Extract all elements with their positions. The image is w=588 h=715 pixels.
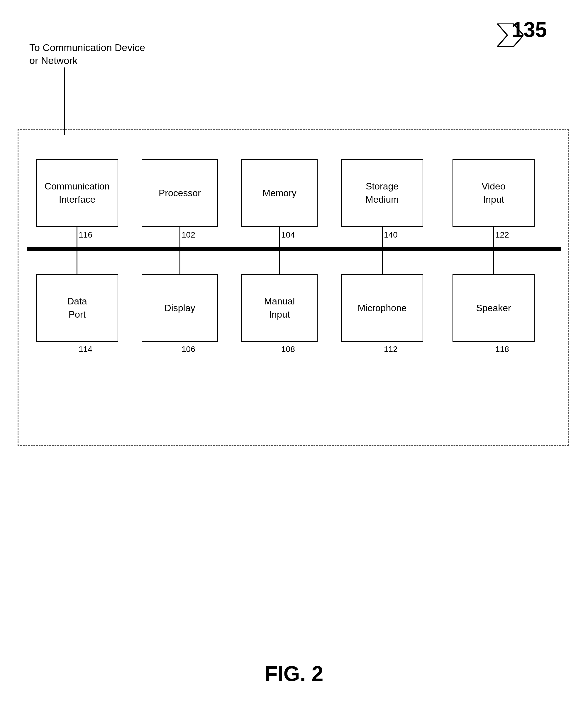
storage-top-connector [382,227,383,249]
memory-box: Memory [241,159,318,227]
ref-122: 122 [495,230,509,239]
svg-marker-0 [497,23,524,47]
ref-112: 112 [384,344,398,354]
top-connector-line [64,67,65,135]
figure-caption: FIG. 2 [265,661,323,686]
ref-114: 114 [79,344,92,354]
ref-118: 118 [495,344,509,354]
system-block: CommunicationInterface Processor Memory … [18,129,569,446]
arrow-icon [497,23,524,48]
manual-input-box: ManualInput [241,274,318,342]
display-box: Display [142,274,218,342]
data-port-connector [77,251,78,274]
microphone-box: Microphone [341,274,423,342]
ref-108: 108 [281,344,295,354]
ref-102: 102 [182,230,195,239]
manual-input-connector [279,251,280,274]
ref-140: 140 [384,230,398,239]
ref-116: 116 [79,230,92,239]
video-top-connector [493,227,494,249]
memory-top-connector [279,227,280,249]
ref-106: 106 [182,344,195,354]
storage-medium-box: StorageMedium [341,159,423,227]
video-input-box: VideoInput [453,159,534,227]
data-port-box: DataPort [36,274,118,342]
microphone-connector [382,251,383,274]
processor-box: Processor [142,159,218,227]
system-bus [27,247,561,251]
speaker-box: Speaker [453,274,534,342]
network-label: To Communication Device or Network [29,41,145,67]
comm-interface-box: CommunicationInterface [36,159,118,227]
processor-top-connector [180,227,180,249]
comm-interface-top-connector [77,227,78,249]
ref-104: 104 [281,230,295,239]
speaker-connector [493,251,494,274]
display-connector [180,251,180,274]
